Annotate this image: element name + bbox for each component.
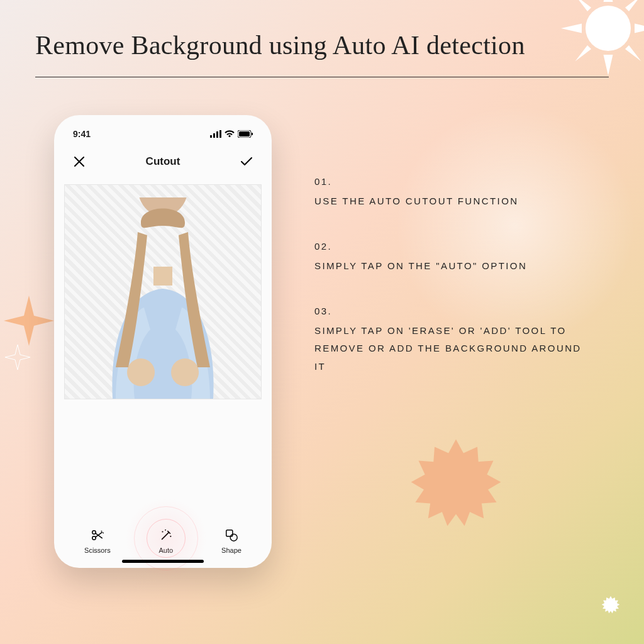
tutorial-card: Remove Background using Auto AI detectio…	[0, 0, 644, 644]
svg-point-12	[162, 531, 163, 532]
svg-rect-3	[216, 131, 218, 138]
app-topbar: Cutout	[63, 149, 263, 184]
person-cutout	[78, 197, 248, 399]
status-time: 9:41	[73, 129, 91, 139]
svg-rect-6	[239, 131, 250, 136]
step-number: 01.	[314, 173, 591, 191]
svg-point-11	[103, 532, 104, 533]
step-item: 03. SIMPLY TAP ON 'ERASE' OR 'ADD' TOOL …	[314, 303, 591, 375]
wifi-icon	[225, 130, 235, 138]
step-item: 01. USE THE AUTO CUTOUT FUNCTION	[314, 173, 591, 210]
step-text: USE THE AUTO CUTOUT FUNCTION	[314, 196, 518, 206]
divider	[35, 77, 609, 77]
check-icon	[240, 157, 253, 167]
tool-label: Scissors	[84, 547, 111, 554]
confirm-button[interactable]	[238, 153, 255, 170]
page-title: Remove Background using Auto AI detectio…	[35, 30, 609, 60]
topbar-title: Cutout	[146, 155, 180, 168]
svg-point-10	[101, 531, 102, 532]
close-button[interactable]	[70, 153, 88, 170]
svg-rect-4	[219, 130, 221, 138]
phone-mockup: 9:41 Cutout	[54, 115, 272, 568]
svg-point-14	[165, 530, 166, 531]
shape-icon	[224, 528, 239, 543]
image-canvas[interactable]	[64, 184, 262, 399]
cellular-icon	[210, 130, 221, 138]
status-indicators	[210, 130, 253, 138]
step-number: 02.	[314, 238, 591, 256]
tool-label: Shape	[221, 547, 242, 554]
status-bar: 9:41	[63, 129, 263, 149]
svg-rect-1	[210, 135, 212, 138]
dot-burst-icon	[600, 595, 621, 616]
svg-point-16	[230, 534, 237, 541]
scissors-icon	[90, 528, 105, 543]
steps-list: 01. USE THE AUTO CUTOUT FUNCTION 02. SIM…	[314, 173, 591, 403]
svg-rect-7	[252, 133, 253, 135]
step-number: 03.	[314, 303, 591, 321]
bottom-toolbar: Scissors Auto Shape	[54, 528, 272, 554]
tool-label: Auto	[159, 547, 174, 554]
svg-rect-2	[213, 133, 215, 138]
tool-auto[interactable]: Auto	[158, 528, 174, 554]
tool-scissors[interactable]: Scissors	[84, 528, 111, 554]
battery-icon	[238, 130, 253, 138]
close-icon	[74, 156, 85, 167]
svg-point-13	[170, 536, 171, 537]
step-text: SIMPLY TAP ON THE "AUTO" OPTION	[314, 260, 527, 271]
home-indicator	[122, 560, 204, 563]
tool-shape[interactable]: Shape	[221, 528, 242, 554]
step-text: SIMPLY TAP ON 'ERASE' OR 'ADD' TOOL TO R…	[314, 325, 582, 372]
step-item: 02. SIMPLY TAP ON THE "AUTO" OPTION	[314, 238, 591, 275]
magic-wand-icon	[158, 528, 174, 543]
svg-rect-15	[226, 530, 233, 536]
